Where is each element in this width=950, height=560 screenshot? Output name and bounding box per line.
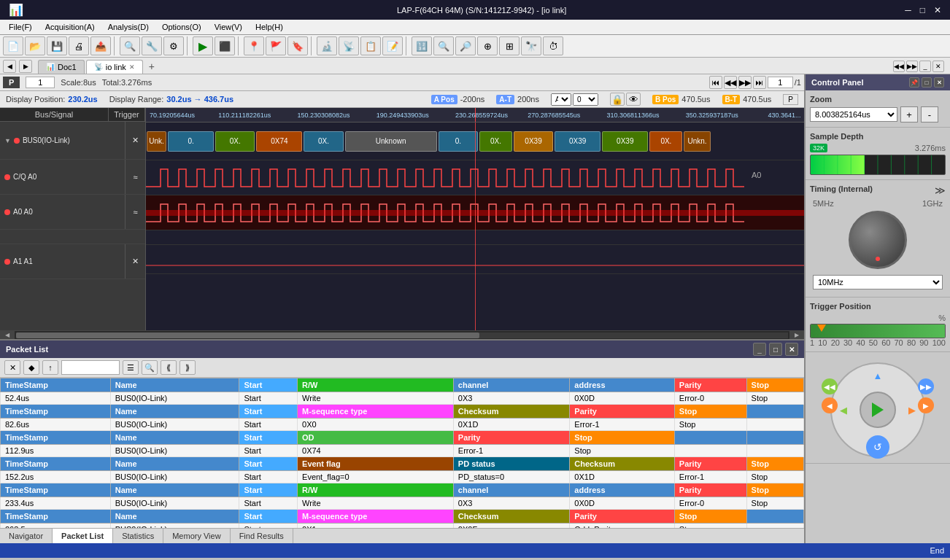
scroll-left-btn[interactable]: ◀ — [0, 331, 15, 340]
plist-export-btn[interactable]: ↑ — [42, 360, 58, 375]
menu-options[interactable]: Options(O) — [156, 21, 207, 33]
scroll-right-btn[interactable]: ▶ — [789, 331, 804, 340]
nav-right-fast-btn[interactable]: ▶▶ — [918, 378, 934, 394]
scroll-thumb[interactable] — [16, 332, 479, 338]
plist-search-input[interactable] — [61, 360, 120, 375]
plist-del-btn[interactable]: ✕ — [4, 360, 20, 375]
close-btn[interactable]: ✕ — [931, 4, 944, 16]
cp-pin-btn[interactable]: 📌 — [909, 77, 919, 88]
zoom-sel-btn[interactable]: ⊞ — [499, 36, 520, 55]
plist-list-btn[interactable]: ☰ — [123, 360, 139, 375]
lock-btn[interactable]: 🔒 — [610, 93, 625, 106]
tab-memory-view[interactable]: Memory View — [163, 529, 230, 543]
timing-freq-select[interactable]: 10MHz 5MHz 20MHz 50MHz 100MHz 1GHz — [813, 275, 943, 289]
cp-close-btn[interactable]: ✕ — [932, 61, 944, 72]
save-btn[interactable]: 💾 — [47, 36, 67, 55]
plist-nav2-btn[interactable]: ⟫ — [179, 360, 196, 375]
timing-knob[interactable] — [849, 211, 907, 269]
plist-mark-btn[interactable]: ◆ — [23, 360, 39, 375]
pointer-btn[interactable]: 👁 — [626, 93, 641, 106]
timer-btn[interactable]: ⏱ — [543, 36, 563, 55]
zoom-out-btn[interactable]: - — [921, 106, 938, 122]
a-num-select[interactable]: 0 — [573, 93, 598, 106]
tab-statistics[interactable]: Statistics — [113, 529, 163, 543]
play-btn[interactable]: ▶ — [193, 36, 213, 55]
sig-close-a1[interactable]: ✕ — [125, 244, 145, 279]
report-btn[interactable]: 📋 — [360, 36, 381, 55]
zoom-select[interactable]: 8.003825164us — [810, 107, 897, 122]
nav-prev-page-btn[interactable]: ◀ — [3, 60, 16, 73]
protocol-btn[interactable]: 📡 — [339, 36, 359, 55]
zoom-in-tb-btn[interactable]: 🔍 — [433, 36, 454, 55]
zoom-out-tb-btn[interactable]: 🔎 — [455, 36, 476, 55]
page-number-input[interactable]: 1 — [26, 77, 55, 88]
menu-acquisition[interactable]: Acquisition(A) — [39, 21, 101, 33]
page-prev-btn[interactable]: ◀◀ — [724, 76, 737, 89]
tab-add-btn[interactable]: + — [144, 59, 159, 74]
th-name-2: Name — [110, 405, 239, 419]
settings-btn[interactable]: ⚙ — [163, 36, 184, 55]
export-btn[interactable]: 📤 — [90, 36, 111, 55]
sig-inv-cq[interactable]: ≈ — [125, 160, 145, 194]
nav-right-slow-btn[interactable]: ▶ — [918, 397, 934, 413]
time-label-2: 150.230308082us — [297, 112, 350, 119]
waveform-view[interactable]: 70.19205644us 110.211182261us 150.230308… — [146, 108, 804, 330]
sig-inv-a0[interactable]: ≈ — [125, 195, 145, 229]
plist-float-btn[interactable]: □ — [769, 343, 782, 356]
binary-btn[interactable]: 🔢 — [412, 36, 432, 55]
page-p-btn[interactable]: P — [3, 77, 20, 88]
open-btn[interactable]: 📂 — [25, 36, 45, 55]
tools-btn[interactable]: 🔧 — [142, 36, 162, 55]
zoom-in-btn[interactable]: + — [900, 106, 918, 122]
tab-navigator[interactable]: Navigator — [0, 529, 53, 543]
cp-float-btn[interactable]: □ — [922, 77, 932, 88]
menu-view[interactable]: View(V) — [209, 21, 248, 33]
flag-btn[interactable]: 🚩 — [266, 36, 286, 55]
nav-up-btn[interactable]: ▲ — [869, 367, 887, 384]
plist-nav-btn[interactable]: ⟪ — [161, 360, 177, 375]
packet-table-container[interactable]: TimeStamp Name Start R/W channel address… — [0, 378, 804, 528]
cp-close2-btn[interactable]: ✕ — [934, 77, 944, 88]
tab-doc1[interactable]: 📊 Doc1 — [38, 60, 85, 74]
p-ref-btn[interactable]: P — [783, 94, 798, 105]
list-btn[interactable]: 📝 — [382, 36, 403, 55]
tab-find-results[interactable]: Find Results — [231, 529, 293, 543]
bookmark-btn[interactable]: 🔖 — [287, 36, 308, 55]
zoom-fit-btn[interactable]: ⊕ — [477, 36, 498, 55]
maximize-btn[interactable]: □ — [917, 4, 928, 16]
search-btn[interactable]: 🔍 — [120, 36, 140, 55]
cp-nav-btn-2[interactable]: ▶▶ — [906, 61, 918, 72]
page-next-btn[interactable]: ▶▶ — [738, 76, 752, 89]
h-scrollbar[interactable]: ◀ ▶ — [0, 330, 804, 339]
decode-btn[interactable]: 🔬 — [317, 36, 337, 55]
nav-bottom-btn[interactable]: ↺ — [866, 435, 889, 459]
minimize-btn[interactable]: ─ — [902, 4, 914, 16]
page-last-btn[interactable]: ⏭ — [753, 76, 766, 89]
find-btn[interactable]: 🔭 — [521, 36, 541, 55]
nav-left-fast-btn[interactable]: ◀◀ — [822, 378, 838, 394]
menu-analysis[interactable]: Analysis(D) — [102, 21, 155, 33]
menu-file[interactable]: File(F) — [3, 21, 38, 33]
tab-packet-list[interactable]: Packet List — [53, 529, 113, 543]
stop-btn[interactable]: ⬛ — [215, 36, 235, 55]
menu-help[interactable]: Help(H) — [250, 21, 289, 33]
tab-close-icon[interactable]: ✕ — [129, 63, 135, 71]
tab-io-link[interactable]: 📡 io link ✕ — [86, 60, 143, 74]
timing-expand-btn[interactable]: ≫ — [935, 184, 946, 196]
sig-close-bus0[interactable]: ✕ — [125, 122, 145, 159]
cursor-btn[interactable]: 📍 — [244, 36, 264, 55]
a-channel-select[interactable]: A — [551, 93, 571, 106]
nav-next-page-btn[interactable]: ▶ — [19, 60, 32, 73]
plist-minimize-btn[interactable]: _ — [753, 343, 766, 356]
page-num-input-2[interactable] — [768, 77, 793, 88]
scroll-track[interactable] — [16, 332, 788, 338]
cp-nav-btn-1[interactable]: ◀◀ — [893, 61, 905, 72]
plist-search-btn[interactable]: 🔍 — [142, 360, 158, 375]
nav-inner-btn[interactable] — [860, 392, 896, 428]
page-first-btn[interactable]: ⏮ — [709, 76, 722, 89]
cp-minimize-btn[interactable]: _ — [919, 61, 931, 72]
new-btn[interactable]: 📄 — [3, 36, 23, 55]
plist-close-btn[interactable]: ✕ — [785, 343, 798, 356]
nav-left-slow-btn[interactable]: ◀ — [822, 397, 838, 413]
print-btn[interactable]: 🖨 — [69, 36, 89, 55]
